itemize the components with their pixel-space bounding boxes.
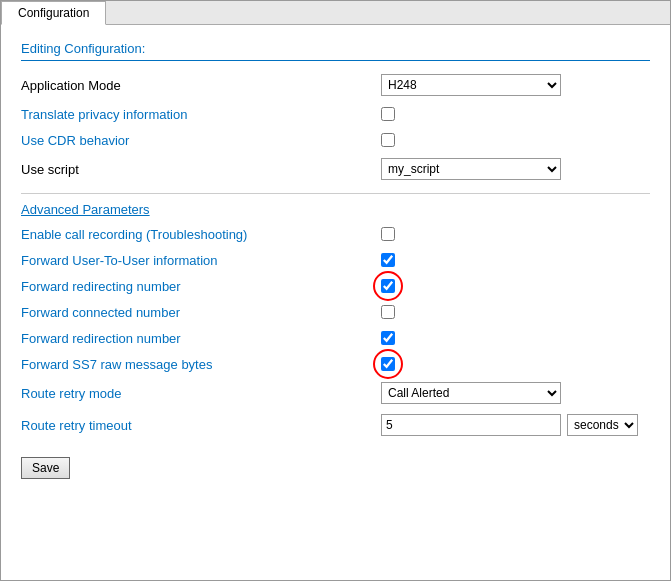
tab-bar: Configuration [1,1,670,25]
application-mode-select[interactable]: H248 SIP MGCP [381,74,561,96]
route-retry-timeout-label: Route retry timeout [21,418,381,433]
use-script-control: my_script script2 script3 [381,158,650,180]
forward-connected-label: Forward connected number [21,305,381,320]
timeout-row: seconds minutes [381,414,638,436]
main-window: Configuration Editing Configuration: App… [0,0,671,581]
forward-redirection-checkbox[interactable] [381,331,395,345]
application-mode-label: Application Mode [21,78,381,93]
forward-user-control [381,253,650,267]
forward-ss7-row: Forward SS7 raw message bytes [21,351,650,377]
enable-call-recording-checkbox[interactable] [381,227,395,241]
use-cdr-label: Use CDR behavior [21,133,381,148]
forward-connected-row: Forward connected number [21,299,650,325]
forward-redirecting-label: Forward redirecting number [21,279,381,294]
route-retry-mode-control: Call Alerted Immediate Timer [381,382,650,404]
route-retry-timeout-control: seconds minutes [381,414,650,436]
forward-redirection-row: Forward redirection number [21,325,650,351]
route-retry-mode-select[interactable]: Call Alerted Immediate Timer [381,382,561,404]
forward-user-row: Forward User-To-User information [21,247,650,273]
use-script-label: Use script [21,162,381,177]
use-script-select[interactable]: my_script script2 script3 [381,158,561,180]
forward-user-label: Forward User-To-User information [21,253,381,268]
route-retry-mode-label: Route retry mode [21,386,381,401]
forward-user-checkbox[interactable] [381,253,395,267]
use-cdr-control [381,133,650,147]
forward-redirection-control [381,331,650,345]
forward-ss7-control [381,357,650,371]
content-area: Editing Configuration: Application Mode … [1,25,670,495]
forward-connected-control [381,305,650,319]
route-retry-timeout-unit-select[interactable]: seconds minutes [567,414,638,436]
application-mode-control: H248 SIP MGCP [381,74,650,96]
use-script-row: Use script my_script script2 script3 [21,153,650,185]
advanced-parameters-label: Advanced Parameters [21,202,150,217]
advanced-section: Advanced Parameters Enable call recordin… [21,193,650,441]
editing-config-header: Editing Configuration: [21,41,650,61]
forward-redirecting-row: Forward redirecting number [21,273,650,299]
forward-redirecting-checkbox[interactable] [381,279,395,293]
application-mode-row: Application Mode H248 SIP MGCP [21,69,650,101]
tab-configuration[interactable]: Configuration [1,1,106,25]
enable-call-recording-label: Enable call recording (Troubleshooting) [21,227,381,242]
enable-call-recording-row: Enable call recording (Troubleshooting) [21,221,650,247]
route-retry-timeout-input[interactable] [381,414,561,436]
translate-privacy-row: Translate privacy information [21,101,650,127]
enable-call-recording-control [381,227,650,241]
forward-redirecting-highlight [381,279,395,293]
route-retry-timeout-row: Route retry timeout seconds minutes [21,409,650,441]
translate-privacy-control [381,107,650,121]
use-cdr-checkbox[interactable] [381,133,395,147]
forward-ss7-checkbox[interactable] [381,357,395,371]
forward-ss7-highlight [381,357,395,371]
forward-redirection-label: Forward redirection number [21,331,381,346]
translate-privacy-checkbox[interactable] [381,107,395,121]
translate-privacy-label: Translate privacy information [21,107,381,122]
route-retry-mode-row: Route retry mode Call Alerted Immediate … [21,377,650,409]
save-button[interactable]: Save [21,457,70,479]
forward-connected-checkbox[interactable] [381,305,395,319]
use-cdr-row: Use CDR behavior [21,127,650,153]
forward-ss7-label: Forward SS7 raw message bytes [21,357,381,372]
forward-redirecting-control [381,279,650,293]
